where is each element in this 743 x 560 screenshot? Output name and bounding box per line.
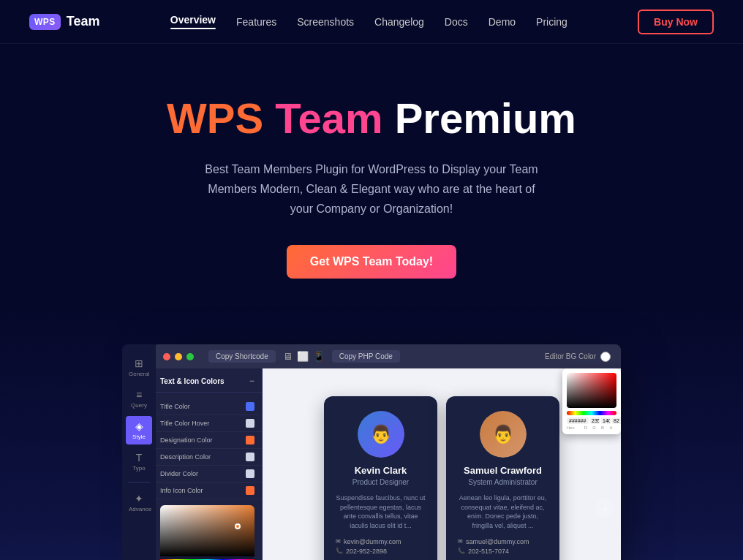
title-color-swatch[interactable] — [246, 402, 254, 411]
cpf-g[interactable] — [601, 417, 611, 424]
kevin-avatar-img: 👨 — [358, 411, 404, 458]
designation-color-row: Designation Color — [153, 432, 262, 449]
maximize-window-btn[interactable] — [186, 353, 194, 360]
nav-docs[interactable]: Docs — [445, 16, 468, 28]
nav-pricing[interactable]: Pricing — [536, 16, 567, 28]
panel-collapse-btn[interactable]: − — [249, 376, 254, 386]
email-icon-2: ✉ — [458, 538, 463, 545]
cpf-r[interactable] — [590, 417, 600, 424]
cta-button[interactable]: Get WPS Team Today! — [287, 245, 456, 279]
screenshot-section: ⊞ General ≡ Query ◈ Style T Typo ✦ Advan… — [0, 308, 743, 560]
typo-icon: T — [129, 452, 149, 463]
team-card-samuel: 👨 Samuel Crawford System Administrator A… — [446, 396, 559, 560]
email-icon: ✉ — [336, 538, 341, 545]
window-controls — [163, 353, 194, 360]
kevin-avatar: 👨 — [358, 411, 404, 458]
description-color-row: Description Color — [153, 449, 262, 466]
divider-color-label: Divider Color — [160, 470, 198, 477]
browser-toolbar: Copy Shortcode 🖥 ⬜ 📱 Copy PHP Code Edito… — [153, 344, 621, 368]
description-color-swatch[interactable] — [246, 453, 254, 461]
title-color-hover-label: Title Color Hover — [160, 420, 209, 427]
color-picker-floater: Hex R G B A — [562, 368, 621, 434]
kevin-name: Kevin Clark — [336, 465, 426, 476]
kevin-contact: ✉ kevin@dummy.com 📞 202-952-2898 — [336, 538, 426, 555]
samuel-role: System Administrator — [458, 478, 548, 486]
nav-changelog[interactable]: Changelog — [374, 16, 424, 28]
advance-icon: ✦ — [129, 493, 149, 504]
style-icon: ◈ — [129, 420, 149, 432]
phone-icon: 📞 — [336, 548, 343, 554]
hero-title-premium: Premium — [395, 94, 576, 142]
hero-section: WPS Team Premium Best Team Members Plugi… — [0, 44, 743, 308]
editor-panel: Text & Icon Colors − Title Color Title C… — [153, 368, 263, 560]
sidebar-divider — [128, 482, 150, 483]
sidebar-typo[interactable]: T Typo — [126, 447, 152, 476]
samuel-email-row: ✉ samuel@dummy.com — [458, 538, 548, 545]
desktop-icon[interactable]: 🖥 — [283, 351, 293, 362]
editor-bg-color-label: Editor BG Color — [545, 352, 596, 360]
cpf-b[interactable] — [612, 417, 621, 424]
logo[interactable]: WPS Team — [29, 14, 100, 30]
divider-color-swatch[interactable] — [246, 469, 254, 478]
sidebar-advance[interactable]: ✦ Advance — [126, 488, 152, 517]
carousel-next-arrow[interactable]: › — [596, 499, 615, 518]
device-icons: 🖥 ⬜ 📱 — [283, 351, 325, 362]
minimize-window-btn[interactable] — [175, 353, 182, 360]
hero-title: WPS Team Premium — [29, 95, 714, 142]
editor-panel-title: Text & Icon Colors — [160, 377, 225, 385]
info-icon-color-swatch[interactable] — [246, 486, 254, 495]
color-picker: Hex R G B A — [160, 505, 254, 560]
close-window-btn[interactable] — [163, 353, 170, 360]
nav-screenshots[interactable]: Screenshots — [297, 16, 354, 28]
description-color-label: Description Color — [160, 453, 211, 461]
title-color-row: Title Color — [153, 398, 262, 415]
samuel-avatar: 👨 — [480, 411, 527, 458]
title-color-label: Title Color — [160, 403, 190, 410]
info-icon-color-label: Info Icon Color — [160, 487, 203, 494]
editor-icon-sidebar: ⊞ General ≡ Query ◈ Style T Typo ✦ Advan… — [122, 344, 156, 560]
preview-area: 👨 Kevin Clark Product Designer Suspendis… — [263, 368, 621, 560]
samuel-desc: Aenean leo ligula, porttitor eu, consequ… — [458, 493, 548, 530]
phone-icon-2: 📞 — [458, 548, 465, 554]
navbar: WPS Team Overview Features Screenshots C… — [0, 0, 743, 44]
color-gradient[interactable] — [160, 505, 254, 556]
kevin-email-row: ✉ kevin@dummy.com — [336, 538, 426, 545]
general-icon: ⊞ — [129, 357, 149, 369]
cpf-inputs: Hex R G B A — [567, 417, 616, 430]
sidebar-general[interactable]: ⊞ General — [126, 353, 152, 382]
mobile-icon[interactable]: 📱 — [313, 351, 325, 362]
nav-demo[interactable]: Demo — [489, 16, 516, 28]
copy-php-button[interactable]: Copy PHP Code — [332, 350, 400, 363]
team-card-kevin: 👨 Kevin Clark Product Designer Suspendis… — [324, 396, 437, 560]
kevin-role: Product Designer — [336, 478, 426, 486]
nav-overview[interactable]: Overview — [170, 14, 216, 29]
cpf-gradient[interactable] — [567, 373, 616, 408]
hero-title-team: Team — [275, 94, 382, 142]
browser-mockup: Copy Shortcode 🖥 ⬜ 📱 Copy PHP Code Edito… — [153, 344, 621, 560]
samuel-phone-row: 📞 202-515-7074 — [458, 548, 548, 555]
gradient-cursor — [235, 523, 241, 529]
buy-now-button[interactable]: Buy Now — [638, 10, 714, 34]
designation-color-label: Designation Color — [160, 436, 213, 444]
bg-color-swatch[interactable] — [600, 352, 611, 362]
samuel-avatar-img: 👨 — [480, 411, 527, 458]
nav-links: Overview Features Screenshots Changelog … — [170, 14, 567, 29]
copy-shortcode-button[interactable]: Copy Shortcode — [208, 350, 276, 363]
editor-panel-header: Text & Icon Colors − — [153, 376, 262, 393]
tablet-icon[interactable]: ⬜ — [297, 351, 309, 362]
title-color-hover-row: Title Color Hover — [153, 415, 262, 432]
nav-features[interactable]: Features — [236, 16, 276, 28]
sidebar-style[interactable]: ◈ Style — [126, 416, 152, 444]
cpf-spectrum[interactable] — [567, 411, 616, 415]
kevin-desc: Suspendisse faucibus, nunc ut pellentesq… — [336, 493, 426, 530]
title-color-hover-swatch[interactable] — [246, 419, 254, 428]
divider-color-row: Divider Color — [153, 466, 262, 483]
designation-color-swatch[interactable] — [246, 436, 254, 444]
logo-badge: WPS — [29, 14, 61, 30]
sidebar-query[interactable]: ≡ Query — [126, 385, 152, 413]
info-icon-color-row: Info Icon Color — [153, 483, 262, 499]
cpf-hex[interactable] — [567, 417, 589, 424]
browser-content: Text & Icon Colors − Title Color Title C… — [153, 368, 621, 560]
editor-bg-color-section: Editor BG Color — [545, 352, 611, 362]
logo-text: Team — [67, 14, 100, 29]
